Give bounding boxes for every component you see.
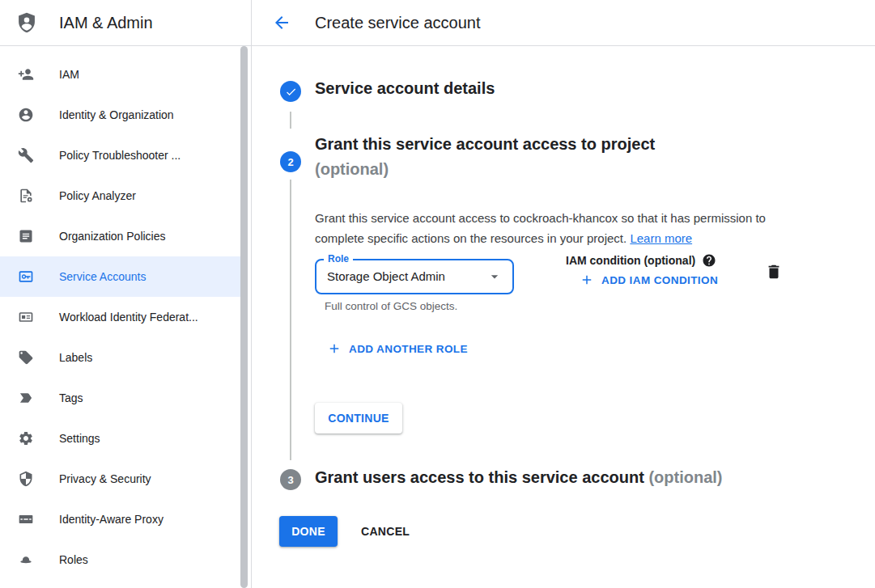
sidebar-item-label: IAM [59,68,79,81]
sidebar-item-label: Organization Policies [59,230,166,243]
main-content: Service account details 2 Grant this ser… [252,46,875,588]
sidebar-item-label: Roles [59,553,88,566]
add-iam-condition-label: ADD IAM CONDITION [601,274,718,286]
add-another-role-button[interactable]: ADD ANOTHER ROLE [327,341,468,356]
sidebar-item-workload-identity-federat[interactable]: Workload Identity Federat... [0,297,240,337]
step-2-description: Grant this service account access to coc… [315,208,807,248]
step-connector [290,112,291,129]
step-connector [290,180,291,460]
proxy-icon [18,511,34,527]
add-another-role-label: ADD ANOTHER ROLE [349,343,468,355]
sidebar-item-iam[interactable]: IAM [0,54,240,95]
help-icon[interactable] [702,253,716,268]
app-title: IAM & Admin [59,14,153,32]
iam-condition-label-row: IAM condition (optional) [566,253,716,268]
sidebar-item-roles[interactable]: Roles [0,539,240,580]
sidebar-item-identity-aware-proxy[interactable]: Identity-Aware Proxy [0,499,240,539]
back-button[interactable] [272,13,291,32]
sidebar-item-settings[interactable]: Settings [0,418,240,459]
page-title: Create service account [315,14,481,32]
shield-icon [18,471,34,487]
org-policies-icon [18,228,34,244]
tag-icon [18,390,34,406]
continue-button[interactable]: CONTINUE [315,403,402,434]
sidebar-item-organization-policies[interactable]: Organization Policies [0,216,240,256]
sidebar-item-identity-organization[interactable]: Identity & Organization [0,95,240,135]
iam-condition-label: IAM condition (optional) [566,254,695,267]
topbar-app-section: IAM & Admin [0,0,252,45]
plus-icon [580,273,594,287]
sidebar-item-label: Policy Analyzer [59,189,136,202]
trash-icon [765,263,784,281]
step-2-indicator[interactable]: 2 [280,151,301,172]
sidebar-item-label: Labels [59,351,92,364]
learn-more-link[interactable]: Learn more [630,231,692,245]
sidebar-item-label: Identity & Organization [59,108,174,121]
wrench-icon [18,147,34,163]
sidebar-item-label: Tags [59,391,83,404]
sidebar-item-labels[interactable]: Labels [0,337,240,378]
sidebar-item-tags[interactable]: Tags [0,378,240,418]
done-button[interactable]: DONE [279,516,338,547]
sidebar-item-policy-analyzer[interactable]: Policy Analyzer [0,176,240,216]
cancel-button[interactable]: CANCEL [355,516,416,547]
account-circle-icon [18,107,34,123]
service-accounts-icon [18,269,34,285]
sidebar-scrollbar[interactable] [240,46,248,588]
iam-admin-shield-icon [15,11,38,34]
person-add-icon [18,66,34,82]
step-2-optional-label: (optional) [315,160,389,179]
sidebar-item-policy-troubleshooter[interactable]: Policy Troubleshooter ... [0,135,240,176]
sidebar-nav: IAMIdentity & OrganizationPolicy Trouble… [0,46,252,588]
sidebar-item-privacy-security[interactable]: Privacy & Security [0,459,240,499]
label-icon [18,349,34,366]
back-arrow-icon [272,13,291,32]
sidebar-item-label: Privacy & Security [59,472,151,485]
check-icon [285,86,297,98]
delete-role-button[interactable] [765,262,784,281]
sidebar-item-label: Workload Identity Federat... [59,311,198,324]
step-3-title-row[interactable]: Grant users access to this service accou… [315,468,723,487]
plus-icon [327,341,342,356]
policy-analyzer-icon [18,188,34,204]
dropdown-caret-icon [486,269,503,285]
add-iam-condition-button[interactable]: ADD IAM CONDITION [580,273,718,287]
gear-icon [18,430,34,446]
step-3-optional-label: (optional) [648,468,722,486]
sidebar-item-service-accounts[interactable]: Service Accounts [0,256,240,297]
role-helper-text: Full control of GCS objects. [325,300,457,312]
description-text: Grant this service account access to coc… [315,211,766,245]
step-3-indicator[interactable]: 3 [280,469,301,490]
role-select-value: Storage Object Admin [327,260,445,293]
workload-identity-icon [18,309,34,325]
step-1-indicator-complete[interactable] [280,81,301,102]
roles-hat-icon [18,552,34,568]
sidebar-item-label: Service Accounts [59,270,146,283]
topbar: IAM & Admin Create service account [0,0,875,46]
step-2-title[interactable]: Grant this service account access to pro… [315,135,655,154]
step-3-title: Grant users access to this service accou… [315,468,644,486]
role-select[interactable]: Role Storage Object Admin [315,259,514,294]
sidebar-item-label: Settings [59,432,100,445]
step-1-title[interactable]: Service account details [315,79,495,98]
sidebar-item-label: Identity-Aware Proxy [59,513,164,526]
topbar-page-section: Create service account [252,0,875,45]
sidebar-item-label: Policy Troubleshooter ... [59,149,181,162]
